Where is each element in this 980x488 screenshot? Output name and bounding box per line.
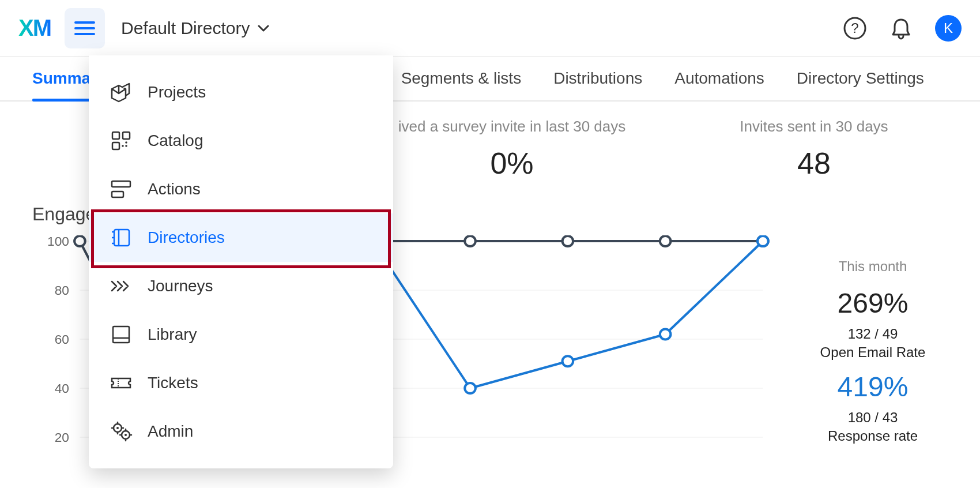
stat-label: Invites sent in 30 days <box>680 118 948 136</box>
help-button[interactable]: ? <box>843 16 867 40</box>
svg-point-45 <box>465 383 476 393</box>
nav-item-projects[interactable]: Projects <box>89 68 393 117</box>
nav-item-actions[interactable]: Actions <box>89 165 393 213</box>
nav-item-admin[interactable]: Admin <box>89 407 393 456</box>
svg-point-40 <box>563 236 574 246</box>
chevron-down-icon <box>258 24 269 32</box>
svg-point-24 <box>125 434 127 436</box>
svg-text:100: 100 <box>47 235 69 249</box>
catalog-icon <box>110 129 133 152</box>
svg-point-39 <box>465 236 476 246</box>
bell-icon <box>889 16 913 40</box>
nav-item-label: Actions <box>148 180 201 198</box>
svg-point-41 <box>660 236 671 246</box>
nav-item-journeys[interactable]: Journeys <box>89 262 393 310</box>
svg-rect-13 <box>114 230 129 246</box>
admin-icon <box>110 420 133 443</box>
nav-item-tickets[interactable]: Tickets <box>89 359 393 407</box>
nav-item-label: Catalog <box>148 132 203 150</box>
nav-item-label: Journeys <box>148 277 213 295</box>
directories-icon <box>110 226 133 249</box>
projects-icon <box>110 81 133 104</box>
avatar[interactable]: K <box>935 15 962 42</box>
svg-point-48 <box>757 236 768 246</box>
tab-directory-settings[interactable]: Directory Settings <box>797 57 924 100</box>
response-rate-pct: 419% <box>798 371 948 403</box>
svg-point-35 <box>74 236 85 246</box>
directory-dropdown[interactable]: Default Directory <box>121 18 269 38</box>
svg-point-47 <box>660 329 671 340</box>
period-label: This month <box>798 258 948 275</box>
nav-item-label: Projects <box>148 83 206 102</box>
svg-point-9 <box>125 141 127 144</box>
library-icon <box>110 323 133 346</box>
nav-item-label: Admin <box>148 422 193 441</box>
svg-point-22 <box>116 427 119 429</box>
tab-automations[interactable]: Automations <box>674 57 764 100</box>
journeys-icon <box>110 275 133 298</box>
stats-row: ived a survey invite in last 30 days 0% … <box>378 118 948 181</box>
svg-rect-12 <box>112 192 123 197</box>
main-menu-button[interactable] <box>65 8 105 48</box>
response-rate-ratio: 180 / 43 <box>798 410 948 426</box>
side-metrics: This month 269% 132 / 49 Open Email Rate… <box>798 235 948 455</box>
directory-label: Default Directory <box>121 18 250 38</box>
svg-point-46 <box>563 356 574 366</box>
nav-item-directories[interactable]: Directories <box>89 213 393 262</box>
svg-rect-11 <box>112 181 130 187</box>
actions-icon <box>110 178 133 201</box>
svg-text:40: 40 <box>55 381 69 396</box>
open-rate-pct: 269% <box>798 287 948 319</box>
nav-item-library[interactable]: Library <box>89 310 393 359</box>
app-header: XM Default Directory ? K <box>0 0 980 57</box>
stat-survey-invite: ived a survey invite in last 30 days 0% <box>378 118 646 181</box>
svg-text:20: 20 <box>55 430 69 443</box>
svg-rect-7 <box>112 142 119 149</box>
svg-rect-5 <box>112 132 119 139</box>
open-rate-ratio: 132 / 49 <box>798 326 948 342</box>
stat-value: 0% <box>378 146 646 181</box>
stat-value: 48 <box>680 146 948 181</box>
svg-point-10 <box>122 145 124 147</box>
svg-rect-18 <box>113 326 129 343</box>
nav-item-label: Tickets <box>148 374 198 392</box>
header-right: ? K <box>843 15 962 42</box>
stat-invites-sent: Invites sent in 30 days 48 <box>680 118 948 181</box>
notifications-button[interactable] <box>889 16 913 40</box>
tab-distributions[interactable]: Distributions <box>553 57 642 100</box>
hamburger-icon <box>74 20 95 36</box>
nav-item-label: Directories <box>148 228 225 247</box>
nav-item-catalog[interactable]: Catalog <box>89 117 393 165</box>
svg-rect-6 <box>123 132 130 139</box>
app-logo: XM <box>18 15 51 41</box>
nav-item-label: Library <box>148 325 197 344</box>
open-rate-label: Open Email Rate <box>798 344 948 361</box>
svg-point-8 <box>125 145 127 147</box>
response-rate-label: Response rate <box>798 428 948 444</box>
svg-text:80: 80 <box>55 283 69 298</box>
help-icon: ? <box>843 16 867 40</box>
tab-segments[interactable]: Segments & lists <box>401 57 522 100</box>
tickets-icon <box>110 371 133 395</box>
svg-text:60: 60 <box>55 332 69 347</box>
svg-text:?: ? <box>851 20 858 36</box>
nav-menu: Projects Catalog Actions Directories Jou… <box>89 55 393 468</box>
stat-label: ived a survey invite in last 30 days <box>378 118 646 136</box>
